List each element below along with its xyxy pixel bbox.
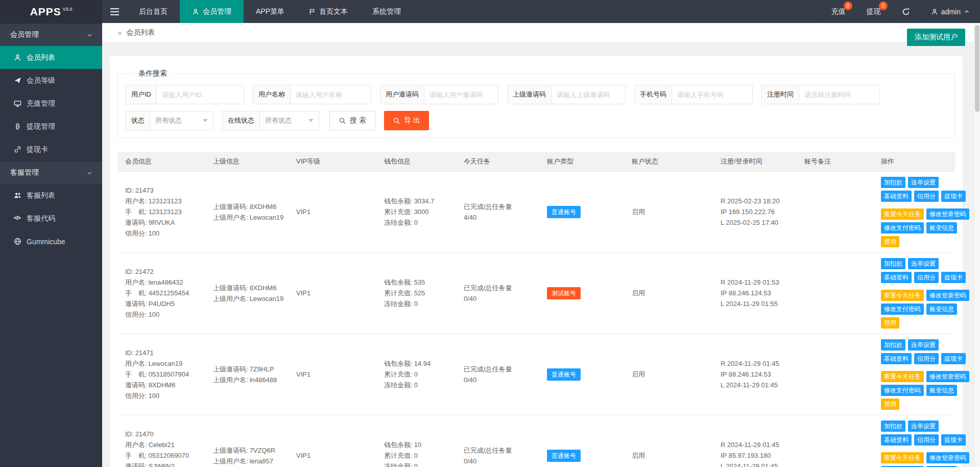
sidebar-item-support-list[interactable]: 客服列表 bbox=[0, 184, 102, 207]
parent-invite-input[interactable] bbox=[552, 85, 625, 104]
action-button[interactable]: 基础资料 bbox=[881, 272, 912, 283]
user-icon bbox=[14, 54, 21, 61]
action-button[interactable]: 连单设置 bbox=[908, 421, 939, 432]
field-label: ID: bbox=[125, 186, 134, 194]
user-icon bbox=[192, 8, 199, 15]
scrollbar-thumb[interactable] bbox=[975, 25, 979, 112]
online-status-select-value: 所有状态 bbox=[265, 116, 292, 125]
status-select[interactable]: 所有状态 bbox=[150, 111, 213, 130]
action-button[interactable]: 提现卡 bbox=[941, 272, 966, 283]
field-label: 信用分: bbox=[125, 229, 147, 237]
vip-level: VIP1 bbox=[296, 208, 310, 216]
action-button[interactable]: 加扣款 bbox=[881, 258, 905, 269]
action-button[interactable]: 加扣款 bbox=[881, 177, 905, 188]
nav-item-dashboard[interactable]: 后台首页 bbox=[127, 0, 180, 23]
action-button[interactable]: 禁用 bbox=[881, 399, 899, 410]
action-button[interactable]: 账变信息 bbox=[926, 303, 957, 315]
hamburger-icon[interactable] bbox=[102, 0, 127, 23]
sidebar-group-members[interactable]: 会员管理 bbox=[0, 23, 102, 46]
sidebar-item-withdraw-mgmt[interactable]: 提现管理 bbox=[0, 115, 102, 138]
action-button[interactable]: 连单设置 bbox=[908, 339, 939, 351]
action-button[interactable]: 修改支付密码 bbox=[881, 385, 924, 396]
action-button-line: 基础资料信用分提现卡 bbox=[881, 191, 976, 202]
sidebar-item-member-list[interactable]: 会员列表 bbox=[0, 46, 102, 69]
action-button[interactable]: 提现卡 bbox=[941, 353, 966, 364]
nav-item-system[interactable]: 系统管理 bbox=[360, 0, 413, 23]
action-button[interactable]: 加扣款 bbox=[881, 339, 905, 351]
sidebar-item-member-level[interactable]: 会员等级 bbox=[0, 69, 102, 92]
action-button[interactable]: 修改登录密码 bbox=[926, 208, 969, 220]
nav-label: 后台首页 bbox=[139, 7, 168, 16]
action-button[interactable]: 重置今天任务 bbox=[881, 290, 924, 301]
action-button[interactable]: 信用分 bbox=[914, 272, 939, 283]
search-button[interactable]: 搜 索 bbox=[329, 111, 375, 130]
action-button[interactable]: 修改支付密码 bbox=[881, 303, 924, 315]
field-label: 信用分: bbox=[125, 392, 147, 400]
parent-info-cell: 上级邀请码:8XDHM6 上级用户名:Lewocan19 bbox=[207, 252, 290, 334]
sidebar-item-support-code[interactable]: </> 客服代码 bbox=[0, 207, 102, 230]
action-button[interactable]: 重置今天任务 bbox=[881, 208, 924, 220]
sidebar-item-withdraw-card[interactable]: 提现卡 bbox=[0, 138, 102, 161]
phone-input[interactable] bbox=[672, 85, 752, 104]
task-label: 已完成/总任务量 bbox=[464, 364, 536, 375]
member-id: 21473 bbox=[135, 186, 154, 194]
member-invite-code: SJW6N2 bbox=[149, 462, 175, 467]
action-button[interactable]: 基础资料 bbox=[881, 191, 912, 202]
action-button[interactable]: 连单设置 bbox=[908, 258, 939, 269]
nav-item-members[interactable]: 会员管理 bbox=[180, 0, 244, 23]
wallet-balance: 3034.7 bbox=[414, 197, 435, 205]
action-button[interactable]: 重置今天任务 bbox=[881, 371, 924, 382]
user-id-input[interactable] bbox=[157, 85, 244, 104]
action-button[interactable]: 修改登录密码 bbox=[926, 452, 969, 463]
action-button[interactable]: 提现卡 bbox=[941, 191, 966, 202]
sidebar-item-label: 会员等级 bbox=[27, 76, 55, 85]
withdraw-button[interactable]: 提现 0 bbox=[856, 0, 891, 23]
sidebar-group-support[interactable]: 客服管理 bbox=[0, 161, 102, 184]
chevron-down-icon bbox=[86, 32, 93, 38]
task-progress: 0/40 bbox=[464, 456, 536, 466]
action-button[interactable]: 基础资料 bbox=[881, 353, 912, 364]
field-label: 邀请码: bbox=[125, 462, 147, 467]
action-button[interactable]: 账变信息 bbox=[926, 222, 957, 233]
action-button[interactable]: 提现卡 bbox=[941, 434, 966, 446]
account-type-cell: 普通账号 bbox=[541, 334, 626, 415]
admin-menu[interactable]: admin bbox=[920, 0, 980, 23]
app-logo: APPS V3.0 bbox=[0, 0, 102, 23]
action-button[interactable]: 修改登录密码 bbox=[926, 371, 969, 382]
action-button[interactable]: 连单设置 bbox=[908, 177, 939, 188]
sidebar-item-gummicube[interactable]: Gummicube bbox=[0, 230, 102, 253]
register-time: R 2024-11-29 01:45 bbox=[721, 439, 793, 450]
action-button[interactable]: 信用分 bbox=[914, 191, 939, 202]
register-login-time-cell: R 2024-11-29 01:45 IP 88.246.124.53 L 20… bbox=[714, 334, 798, 415]
search-panel-title: 条件搜索 bbox=[133, 69, 172, 78]
field-label: 上级用户名: bbox=[213, 295, 248, 302]
action-button[interactable]: 禁用 bbox=[881, 317, 899, 329]
online-status-select[interactable]: 所有状态 bbox=[260, 111, 319, 130]
nav-item-app-menu[interactable]: APP菜单 bbox=[244, 0, 297, 23]
action-button[interactable]: 基础资料 bbox=[881, 434, 912, 446]
action-button[interactable]: 修改支付密码 bbox=[881, 222, 924, 233]
username-input[interactable] bbox=[291, 85, 371, 104]
action-button[interactable]: 加扣款 bbox=[881, 421, 905, 432]
action-button-line: 修改支付密码账变信息 bbox=[881, 222, 976, 233]
export-button[interactable]: 导 出 bbox=[384, 111, 429, 130]
nav-item-home-text[interactable]: 首页文本 bbox=[297, 0, 360, 23]
sidebar-item-recharge-mgmt[interactable]: 充值管理 bbox=[0, 92, 102, 115]
search-icon bbox=[393, 117, 400, 125]
action-button[interactable]: 信用分 bbox=[914, 353, 939, 364]
account-type-badge: 普通账号 bbox=[547, 206, 581, 218]
action-button[interactable]: 禁用 bbox=[881, 236, 899, 247]
action-button[interactable]: 重置今天任务 bbox=[881, 452, 924, 463]
action-button-line: 加扣款连单设置 bbox=[881, 339, 976, 351]
task-label: 已完成/总任务量 bbox=[464, 201, 536, 212]
add-test-user-button[interactable]: 添加测试用户 bbox=[907, 29, 965, 46]
user-invite-input[interactable] bbox=[424, 85, 498, 104]
action-button-line: 重置今天任务修改登录密码 bbox=[881, 290, 976, 301]
sidebar-group-label: 客服管理 bbox=[10, 168, 39, 177]
action-button[interactable]: 账变信息 bbox=[926, 385, 957, 396]
recharge-button[interactable]: 充值 0 bbox=[821, 0, 856, 23]
refresh-button[interactable] bbox=[891, 0, 920, 23]
action-button[interactable]: 修改登录密码 bbox=[926, 290, 969, 301]
action-button[interactable]: 信用分 bbox=[914, 434, 939, 446]
register-time-input[interactable] bbox=[799, 85, 879, 104]
